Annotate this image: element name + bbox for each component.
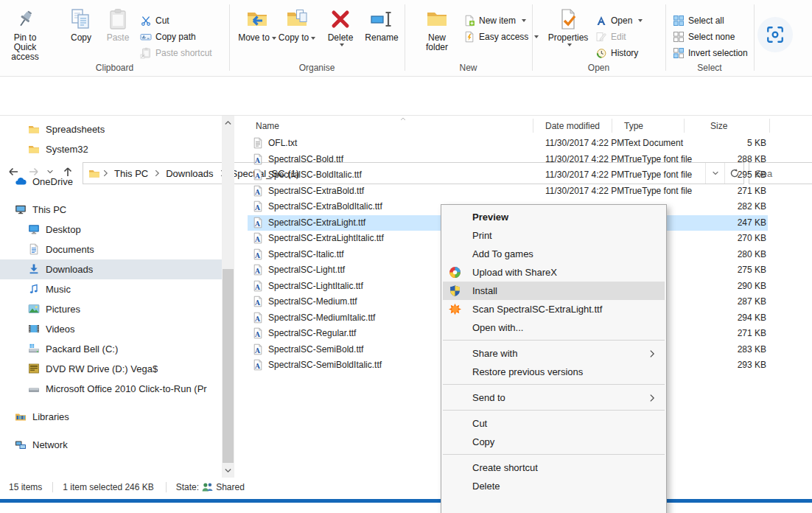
cut-button[interactable]: Cut: [140, 13, 169, 28]
scrollbar-thumb[interactable]: [223, 269, 234, 463]
file-size: 293 KB: [682, 360, 766, 370]
dvd-icon: [28, 363, 40, 374]
menu-item-print[interactable]: Print: [443, 226, 665, 245]
menu-item-scan-spectralsc-extralight-ttf[interactable]: Scan SpectralSC-ExtraLight.ttf: [443, 300, 665, 318]
select-all-button[interactable]: Select all: [673, 13, 724, 28]
sidebar-item-downloads[interactable]: Downloads: [0, 259, 222, 279]
scroll-up-icon[interactable]: [223, 118, 233, 128]
libraries-icon: [15, 411, 27, 422]
ribbon-group-organise: Move to Copy to Delete Rename Organise: [229, 0, 405, 75]
sidebar-item-this-pc[interactable]: This PC: [0, 200, 222, 220]
screen-capture-button[interactable]: [757, 17, 793, 52]
file-name: SpectralSC-MediumItalic.ttf: [268, 313, 375, 323]
sidebar-item-dvd-rw-drive-d-vega[interactable]: DVD RW Drive (D:) Vega$: [0, 359, 222, 379]
font-file-icon: A: [252, 359, 264, 371]
move-to-label: Move to: [238, 32, 270, 43]
menu-item-restore-previous-versions[interactable]: Restore previous versions: [443, 363, 665, 381]
downloads-icon: [28, 263, 40, 275]
menu-item-upload-with-sharex[interactable]: Upload with ShareX: [443, 263, 665, 282]
cloud-icon: [15, 175, 27, 187]
folder-icon: [28, 123, 40, 135]
scroll-down-icon[interactable]: [223, 466, 233, 475]
sidebar-item-pictures[interactable]: Pictures: [0, 299, 222, 319]
svg-text:A: A: [254, 347, 261, 355]
svg-text:A: A: [254, 315, 261, 323]
menu-item-cut[interactable]: Cut: [443, 414, 665, 433]
file-row[interactable]: OFL.txt11/30/2017 4:22 PMText Document5 …: [248, 136, 768, 151]
videos-icon: [28, 323, 40, 335]
menu-item-label: Cut: [472, 418, 487, 429]
sidebar-item-documents[interactable]: Documents: [0, 240, 222, 259]
menu-item-delete[interactable]: Delete: [443, 477, 665, 495]
delete-button[interactable]: Delete: [321, 4, 360, 63]
open-button[interactable]: Open: [595, 13, 643, 28]
dropdown-caret-icon: [311, 37, 315, 40]
sidebar-item-spreadsheets[interactable]: Spreadsheets: [0, 119, 222, 139]
menu-item-install[interactable]: Install: [443, 282, 665, 300]
delete-icon: [329, 7, 352, 31]
sidebar-item-label: Libraries: [32, 411, 69, 422]
easy-access-button[interactable]: Easy access: [463, 29, 539, 44]
menu-item-open-with[interactable]: Open with...: [443, 318, 665, 337]
file-row[interactable]: ASpectralSC-BoldItalic.ttf11/30/2017 4:2…: [248, 167, 768, 183]
history-button[interactable]: History: [595, 46, 638, 60]
column-header-size[interactable]: Size: [710, 121, 727, 131]
copy-to-button[interactable]: Copy to: [278, 4, 316, 63]
sidebar-scrollbar[interactable]: [222, 116, 234, 478]
new-folder-icon: [425, 7, 449, 31]
sidebar-item-system32[interactable]: System32: [0, 139, 222, 159]
sidebar-item-network[interactable]: Network: [0, 435, 222, 455]
paste-shortcut-button[interactable]: Paste shortcut: [140, 46, 212, 60]
copy-button[interactable]: Copy: [63, 4, 99, 63]
file-size: 282 KB: [682, 201, 766, 212]
paste-button[interactable]: Paste: [100, 4, 136, 63]
menu-item-create-shortcut[interactable]: Create shortcut: [443, 458, 665, 477]
select-none-button[interactable]: Select none: [673, 29, 735, 44]
open-icon: [595, 15, 607, 27]
sidebar-item-label: DVD RW Drive (D:) Vega$: [46, 363, 158, 374]
svg-text:A: A: [254, 299, 261, 307]
file-date-modified: 11/30/2017 4:22 PM: [545, 138, 624, 148]
column-header-type[interactable]: Type: [624, 121, 643, 131]
file-size: 287 KB: [682, 296, 766, 307]
sidebar-item-label: Spreadsheets: [46, 124, 105, 135]
invert-selection-button[interactable]: Invert selection: [673, 46, 748, 60]
edit-button[interactable]: Edit: [595, 29, 626, 44]
sidebar-item-music[interactable]: Music: [0, 279, 222, 299]
file-row[interactable]: ASpectralSC-ExtraBold.ttf11/30/2017 4:22…: [248, 184, 768, 199]
menu-item-add-to-games[interactable]: Add To games: [443, 245, 665, 263]
menu-item-share-with[interactable]: Share with: [443, 344, 665, 363]
uacshield-icon: [449, 285, 461, 297]
font-file-icon: A: [252, 280, 264, 292]
easy-access-icon: [463, 31, 475, 43]
sidebar-item-desktop[interactable]: Desktop: [0, 220, 222, 240]
pictures-icon: [28, 303, 40, 315]
sidebar-item-packard-bell-c[interactable]: Packard Bell (C:): [0, 339, 222, 359]
move-to-button[interactable]: Move to: [238, 4, 276, 63]
sidebar-item-libraries[interactable]: Libraries: [0, 407, 222, 427]
drivegray-icon: [28, 383, 40, 394]
menu-item-copy[interactable]: Copy: [443, 433, 665, 451]
sidebar-item-microsoft-office-2010-click-to-run-pr[interactable]: Microsoft Office 2010 Click-to-Run (Pr: [0, 379, 222, 399]
new-item-button[interactable]: New item: [463, 13, 526, 28]
sidebar-item-label: Documents: [46, 244, 94, 255]
file-row[interactable]: ASpectralSC-Bold.ttf11/30/2017 4:22 PMTr…: [248, 152, 768, 167]
menu-item-send-to[interactable]: Send to: [443, 388, 665, 407]
copy-path-button[interactable]: Copy path: [140, 29, 196, 44]
file-size: 275 KB: [682, 265, 766, 275]
menu-item-preview[interactable]: Preview: [443, 208, 665, 226]
sidebar-item-onedrive[interactable]: OneDrive: [0, 172, 222, 192]
font-file-icon: A: [252, 169, 264, 181]
shared-people-icon: [201, 481, 214, 494]
properties-button[interactable]: Properties: [545, 4, 591, 63]
pin-to-quick-access-button[interactable]: Pin to Quick access: [1, 4, 49, 63]
new-folder-button[interactable]: New folder: [416, 4, 458, 63]
column-header-date-modified[interactable]: Date modified: [545, 121, 600, 131]
sidebar-item-videos[interactable]: Videos: [0, 319, 222, 339]
font-file-icon: A: [252, 185, 264, 197]
menu-item-label: Create shortcut: [472, 462, 538, 473]
rename-button[interactable]: Rename: [360, 4, 403, 63]
file-size: 283 KB: [682, 344, 766, 355]
select-none-label: Select none: [688, 32, 735, 42]
column-header-name[interactable]: Name: [256, 121, 279, 131]
